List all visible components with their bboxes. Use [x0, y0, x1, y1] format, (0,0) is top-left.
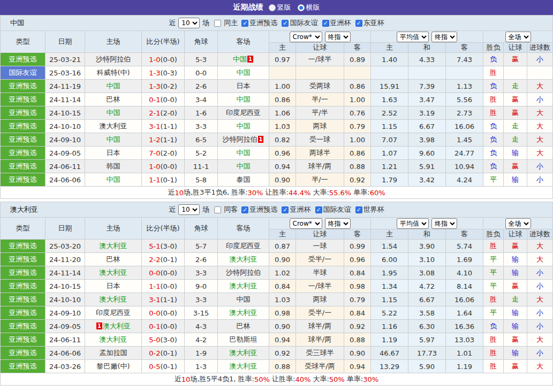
radio-icon[interactable] — [269, 4, 276, 11]
fulltime-score: 5-0 — [149, 336, 160, 344]
avg-source-select[interactable]: 平均值 — [397, 32, 429, 42]
score-cell: 1-1(0-0) — [142, 280, 185, 293]
cup-checkbox-checked[interactable] — [355, 206, 362, 213]
away-team-cell: 澳大利亚 — [218, 280, 269, 293]
same-away-checkbox[interactable] — [214, 206, 221, 213]
odds-source-select[interactable]: Crow* — [290, 32, 322, 42]
halftime-score: (0-1) — [160, 349, 177, 357]
result-goals: 小 — [527, 280, 553, 293]
summary-segment: 大率: — [310, 188, 329, 197]
cup-checkbox-checked[interactable] — [241, 206, 248, 213]
result-outcome: 负 — [483, 53, 504, 66]
cup-checkbox-checked[interactable] — [282, 206, 289, 213]
match-type-badge: 亚洲预选 — [1, 147, 46, 160]
avg-source-select[interactable]: 平均值 — [397, 218, 429, 229]
col-result-goals: 进球数 — [527, 43, 553, 53]
odds-handicap: 受两球 — [296, 80, 344, 93]
cup-label: 亚洲预选 — [249, 205, 277, 214]
match-date: 24-10-15 — [46, 106, 85, 120]
odds-final-select[interactable]: 终指 — [325, 218, 351, 229]
games-count-select[interactable]: 10 — [178, 18, 200, 28]
avg-home: 15.91 — [371, 80, 408, 93]
home-team-name: 中国 — [107, 82, 120, 90]
halftime-score: (3-0) — [160, 242, 177, 250]
summary-segment: 60% — [370, 189, 385, 197]
match-row: 亚洲预选 24-09-10 印度尼西亚 0-0(0-0) 3-15 澳大利亚 0… — [1, 306, 553, 320]
result-handicap: 赢 — [504, 106, 527, 120]
away-team-cell: 沙特阿拉伯1 — [218, 133, 269, 147]
scope-select[interactable]: 全场 — [505, 32, 531, 42]
corner-score: 4-3 — [185, 320, 218, 333]
match-date: 24-11-20 — [46, 253, 85, 266]
summary-segment: 单率: — [351, 188, 370, 197]
halftime-score: (2-0) — [160, 149, 177, 157]
match-type-badge: 亚洲预选 — [1, 347, 46, 360]
odds-away: 1.00 — [344, 93, 371, 106]
home-team-cell: 黎巴嫩(中) — [85, 360, 142, 373]
odds-away: 0.96 — [344, 253, 371, 266]
cup-checkbox-checked[interactable] — [282, 20, 289, 27]
corner-score: 5-8 — [185, 173, 218, 187]
away-team-cell: 中国 — [218, 147, 269, 160]
home-team-name: 黎巴嫩(中) — [96, 362, 130, 370]
odds-final-select[interactable]: 终指 — [325, 32, 351, 42]
fulltime-score: 2-1 — [149, 109, 160, 117]
avg-group-header: 平均值 终指 — [371, 218, 483, 229]
cup-filter-item: 东亚杯 — [353, 18, 384, 28]
result-outcome: 负 — [483, 320, 504, 333]
odds-home: 0.94 — [269, 333, 296, 347]
match-type-badge: 亚洲预选 — [1, 360, 46, 373]
match-type-badge: 亚洲预选 — [1, 53, 46, 66]
score-cell: 1-2(1-1) — [142, 133, 185, 147]
avg-draw: 6.67 — [408, 120, 446, 133]
radio-vertical-layout[interactable]: 竖版 — [269, 3, 291, 12]
avg-home: 6.00 — [371, 253, 408, 266]
cup-checkbox-checked[interactable] — [241, 20, 248, 27]
china-results-table: 类型 日期 主场 比分(半场) 角球 客场 Crow* 终指 平均值 — [0, 30, 553, 187]
cup-checkbox-checked[interactable] — [322, 20, 329, 27]
same-home-checkbox[interactable] — [214, 20, 221, 27]
odds-home — [269, 66, 296, 80]
layout-radio-group: 竖版 横版 — [269, 3, 320, 12]
match-row: 亚洲预选 24-06-11 韩国 1-0(0-0) 11-1 中国 0.94 球… — [1, 160, 553, 173]
cup-checkbox-checked[interactable] — [355, 20, 362, 27]
away-team-name: 中国 — [237, 295, 251, 303]
avg-draw: 5.97 — [408, 333, 446, 347]
radio-horizontal-layout[interactable]: 横版 — [298, 3, 320, 12]
page-title: 近期战绩 — [233, 3, 263, 12]
odds-handicap: 受一球 — [296, 133, 344, 147]
score-cell: 1-1(0-1) — [142, 173, 185, 187]
col-result-handicap: 让球 — [504, 229, 527, 240]
home-team-cell: 日本 — [85, 280, 142, 293]
score-cell: 1-0(0-0) — [142, 160, 185, 173]
halftime-score: (0-0) — [160, 309, 177, 317]
result-handicap: 走 — [504, 133, 527, 147]
scope-select[interactable]: 全场 — [505, 218, 531, 229]
radio-checked-icon[interactable] — [298, 4, 305, 11]
avg-home: 5.22 — [371, 306, 408, 320]
avg-draw: 7.39 — [408, 80, 446, 93]
away-team-name: 澳大利亚 — [230, 362, 257, 370]
games-count-select[interactable]: 10 — [178, 204, 200, 215]
avg-final-select[interactable]: 终指 — [431, 32, 457, 42]
away-team-cell: 中国 — [218, 93, 269, 106]
odds-handicap: 球半/两 — [296, 320, 344, 333]
cup-filter-item: 亚洲预选 — [239, 18, 277, 28]
summary-segment: 10 — [175, 189, 184, 197]
odds-group-header: Crow* 终指 — [269, 31, 371, 43]
away-team-name: 中国 — [237, 68, 251, 76]
result-outcome: 负 — [483, 133, 504, 147]
match-type-badge: 亚洲预选 — [1, 106, 46, 120]
odds-source-select[interactable]: Crow* — [290, 218, 322, 229]
col-odds-handicap: 让球 — [296, 43, 344, 53]
away-team-cell: 印度尼西亚 — [218, 106, 269, 120]
avg-final-select[interactable]: 终指 — [431, 218, 457, 229]
cup-label: 国际友谊 — [323, 205, 351, 214]
col-result-handicap: 让球 — [504, 43, 527, 53]
result-goals: 大 — [527, 293, 553, 306]
halftime-score: (0-0) — [160, 96, 177, 104]
away-team-name: 泰国 — [237, 175, 251, 183]
halftime-score: (1-1) — [160, 296, 177, 304]
corner-score: 0-0 — [185, 66, 218, 80]
cup-checkbox-checked[interactable] — [315, 206, 322, 213]
